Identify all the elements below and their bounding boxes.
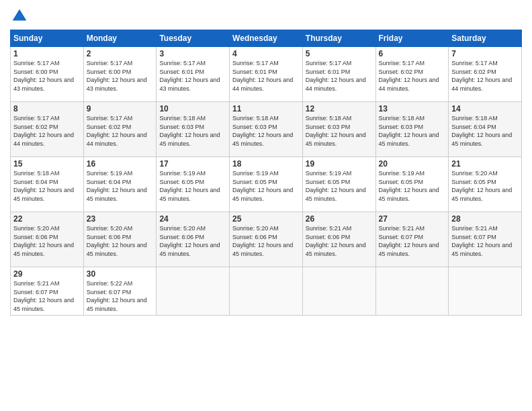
day-number: 29	[13, 269, 81, 279]
day-info: Sunrise: 5:21 AMSunset: 6:07 PMDaylight:…	[13, 280, 74, 312]
table-row: 29Sunrise: 5:21 AMSunset: 6:07 PMDayligh…	[11, 267, 84, 316]
table-row: 16Sunrise: 5:19 AMSunset: 6:04 PMDayligh…	[83, 157, 157, 212]
table-row: 30Sunrise: 5:22 AMSunset: 6:07 PMDayligh…	[83, 267, 157, 316]
table-row: 25Sunrise: 5:20 AMSunset: 6:06 PMDayligh…	[230, 212, 303, 267]
header	[10, 7, 522, 26]
calendar-table: SundayMondayTuesdayWednesdayThursdayFrid…	[10, 30, 522, 316]
day-info: Sunrise: 5:19 AMSunset: 6:05 PMDaylight:…	[306, 170, 366, 202]
day-info: Sunrise: 5:21 AMSunset: 6:07 PMDaylight:…	[379, 225, 439, 257]
day-info: Sunrise: 5:17 AMSunset: 6:00 PMDaylight:…	[87, 60, 147, 92]
day-number: 24	[159, 214, 226, 224]
day-number: 27	[379, 214, 446, 224]
table-row: 1Sunrise: 5:17 AMSunset: 6:00 PMDaylight…	[11, 47, 84, 102]
day-number: 10	[159, 104, 226, 113]
table-row: 6Sunrise: 5:17 AMSunset: 6:02 PMDaylight…	[375, 47, 449, 102]
day-number: 3	[159, 49, 226, 58]
day-info: Sunrise: 5:18 AMSunset: 6:04 PMDaylight:…	[451, 115, 512, 147]
col-header-monday: Monday	[83, 30, 157, 47]
logo-icon	[10, 7, 29, 26]
table-row: 26Sunrise: 5:21 AMSunset: 6:06 PMDayligh…	[302, 212, 375, 267]
day-info: Sunrise: 5:17 AMSunset: 6:02 PMDaylight:…	[13, 115, 74, 147]
day-number: 23	[87, 214, 154, 224]
day-info: Sunrise: 5:19 AMSunset: 6:05 PMDaylight:…	[379, 170, 439, 202]
table-row	[230, 267, 303, 316]
day-info: Sunrise: 5:18 AMSunset: 6:03 PMDaylight:…	[306, 115, 366, 147]
day-number: 26	[306, 214, 373, 224]
day-info: Sunrise: 5:18 AMSunset: 6:03 PMDaylight:…	[232, 115, 293, 147]
calendar-week-row: 8Sunrise: 5:17 AMSunset: 6:02 PMDaylight…	[11, 102, 522, 157]
day-number: 14	[451, 104, 519, 113]
table-row: 21Sunrise: 5:20 AMSunset: 6:05 PMDayligh…	[449, 157, 522, 212]
calendar-week-row: 15Sunrise: 5:18 AMSunset: 6:04 PMDayligh…	[11, 157, 522, 212]
col-header-saturday: Saturday	[449, 30, 522, 47]
table-row: 22Sunrise: 5:20 AMSunset: 6:06 PMDayligh…	[11, 212, 84, 267]
day-number: 19	[306, 159, 373, 169]
table-row: 5Sunrise: 5:17 AMSunset: 6:01 PMDaylight…	[302, 47, 375, 102]
day-number: 16	[87, 159, 154, 169]
day-number: 25	[232, 214, 300, 224]
table-row: 28Sunrise: 5:21 AMSunset: 6:07 PMDayligh…	[449, 212, 522, 267]
header-row: SundayMondayTuesdayWednesdayThursdayFrid…	[11, 30, 522, 47]
table-row: 10Sunrise: 5:18 AMSunset: 6:03 PMDayligh…	[157, 102, 230, 157]
day-number: 5	[306, 49, 373, 58]
day-number: 2	[87, 49, 154, 58]
table-row: 17Sunrise: 5:19 AMSunset: 6:05 PMDayligh…	[157, 157, 230, 212]
table-row: 20Sunrise: 5:19 AMSunset: 6:05 PMDayligh…	[375, 157, 449, 212]
col-header-sunday: Sunday	[11, 30, 84, 47]
day-info: Sunrise: 5:17 AMSunset: 6:02 PMDaylight:…	[379, 60, 439, 92]
table-row: 27Sunrise: 5:21 AMSunset: 6:07 PMDayligh…	[375, 212, 449, 267]
day-info: Sunrise: 5:18 AMSunset: 6:03 PMDaylight:…	[159, 115, 220, 147]
day-number: 12	[306, 104, 373, 113]
table-row: 13Sunrise: 5:18 AMSunset: 6:03 PMDayligh…	[375, 102, 449, 157]
day-number: 15	[13, 159, 81, 169]
table-row: 23Sunrise: 5:20 AMSunset: 6:06 PMDayligh…	[83, 212, 157, 267]
table-row: 4Sunrise: 5:17 AMSunset: 6:01 PMDaylight…	[230, 47, 303, 102]
day-number: 1	[13, 49, 81, 58]
table-row: 12Sunrise: 5:18 AMSunset: 6:03 PMDayligh…	[302, 102, 375, 157]
table-row: 3Sunrise: 5:17 AMSunset: 6:01 PMDaylight…	[157, 47, 230, 102]
table-row: 18Sunrise: 5:19 AMSunset: 6:05 PMDayligh…	[230, 157, 303, 212]
table-row: 14Sunrise: 5:18 AMSunset: 6:04 PMDayligh…	[449, 102, 522, 157]
day-number: 7	[451, 49, 519, 58]
day-number: 6	[379, 49, 446, 58]
col-header-wednesday: Wednesday	[230, 30, 303, 47]
day-number: 28	[451, 214, 519, 224]
day-number: 11	[232, 104, 300, 113]
calendar-week-row: 22Sunrise: 5:20 AMSunset: 6:06 PMDayligh…	[11, 212, 522, 267]
day-info: Sunrise: 5:19 AMSunset: 6:05 PMDaylight:…	[159, 170, 220, 202]
day-info: Sunrise: 5:21 AMSunset: 6:07 PMDaylight:…	[451, 225, 512, 257]
table-row: 24Sunrise: 5:20 AMSunset: 6:06 PMDayligh…	[157, 212, 230, 267]
day-number: 20	[379, 159, 446, 169]
table-row	[157, 267, 230, 316]
day-info: Sunrise: 5:18 AMSunset: 6:04 PMDaylight:…	[13, 170, 74, 202]
day-info: Sunrise: 5:21 AMSunset: 6:06 PMDaylight:…	[306, 225, 366, 257]
day-info: Sunrise: 5:19 AMSunset: 6:04 PMDaylight:…	[87, 170, 147, 202]
col-header-tuesday: Tuesday	[157, 30, 230, 47]
col-header-thursday: Thursday	[302, 30, 375, 47]
day-info: Sunrise: 5:18 AMSunset: 6:03 PMDaylight:…	[379, 115, 439, 147]
day-number: 9	[87, 104, 154, 113]
page: SundayMondayTuesdayWednesdayThursdayFrid…	[0, 0, 532, 411]
table-row: 19Sunrise: 5:19 AMSunset: 6:05 PMDayligh…	[302, 157, 375, 212]
day-number: 8	[13, 104, 81, 113]
table-row: 9Sunrise: 5:17 AMSunset: 6:02 PMDaylight…	[83, 102, 157, 157]
day-info: Sunrise: 5:20 AMSunset: 6:06 PMDaylight:…	[232, 225, 293, 257]
day-number: 17	[159, 159, 226, 169]
table-row	[449, 267, 522, 316]
day-number: 30	[87, 269, 154, 279]
day-info: Sunrise: 5:20 AMSunset: 6:06 PMDaylight:…	[13, 225, 74, 257]
day-info: Sunrise: 5:20 AMSunset: 6:06 PMDaylight:…	[159, 225, 220, 257]
day-info: Sunrise: 5:19 AMSunset: 6:05 PMDaylight:…	[232, 170, 293, 202]
day-info: Sunrise: 5:17 AMSunset: 6:02 PMDaylight:…	[87, 115, 147, 147]
table-row: 11Sunrise: 5:18 AMSunset: 6:03 PMDayligh…	[230, 102, 303, 157]
day-info: Sunrise: 5:20 AMSunset: 6:05 PMDaylight:…	[451, 170, 512, 202]
day-info: Sunrise: 5:17 AMSunset: 6:02 PMDaylight:…	[451, 60, 512, 92]
day-number: 18	[232, 159, 300, 169]
day-info: Sunrise: 5:20 AMSunset: 6:06 PMDaylight:…	[87, 225, 147, 257]
day-info: Sunrise: 5:17 AMSunset: 6:01 PMDaylight:…	[159, 60, 220, 92]
day-info: Sunrise: 5:17 AMSunset: 6:00 PMDaylight:…	[13, 60, 74, 92]
calendar-week-row: 1Sunrise: 5:17 AMSunset: 6:00 PMDaylight…	[11, 47, 522, 102]
logo	[10, 7, 32, 26]
table-row	[302, 267, 375, 316]
table-row: 15Sunrise: 5:18 AMSunset: 6:04 PMDayligh…	[11, 157, 84, 212]
